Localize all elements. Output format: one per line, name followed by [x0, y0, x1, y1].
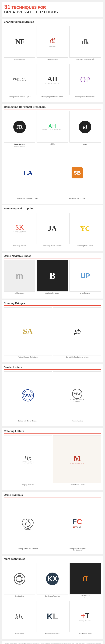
logo-box-two-lowercase: di diana fallen — [36, 26, 68, 58]
vw-svg: VW — [22, 389, 34, 402]
sk-container: SK KLOPPENSTEIN SALOME — [13, 224, 26, 234]
dd-container: D — [82, 574, 88, 583]
b-logo: B — [49, 271, 56, 281]
logo-item-manipulating-space: B Manipulating Space — [36, 260, 68, 296]
logo-item-similar-strokes: VW Letters with Similar Strokes — [4, 372, 52, 424]
header: 31 TECHNIQUES FOR CREATIVE 2-LETTER LOGO… — [2, 2, 103, 17]
up-logo: UP — [80, 272, 90, 280]
markweaver-container: MW MARKWEAVER DESIGN — [70, 389, 84, 402]
sk-sub2: SALOME — [17, 232, 22, 234]
logo-item-blending: OP Blending Straight and Curved — [70, 64, 101, 100]
page: 31 TECHNIQUES FOR CREATIVE 2-LETTER LOGO… — [0, 0, 105, 644]
logo-box-adding-shapes: SA — [4, 308, 52, 356]
caption-handwritten: Handwritten — [16, 633, 24, 637]
yc-logo: YC — [80, 225, 90, 232]
caption-manipulating-space: Manipulating Space — [45, 292, 59, 296]
dd-subtitle: Interlocking — [80, 597, 90, 599]
svg-text:VW: VW — [24, 393, 32, 398]
fc-label-container: FIT CAT — [73, 526, 81, 529]
m-logo: m — [16, 271, 23, 281]
caption-turning-symbols: Turning Letters into Symbols — [18, 548, 38, 552]
sa-logo: SA — [23, 327, 33, 336]
logo-item-upside-down: M ART MACHINE Upside-Down Letters — [53, 435, 101, 488]
caption-similar-strokes: Letters with Similar Strokes — [18, 420, 37, 424]
logo-box-similar-strokes: VW — [4, 372, 52, 419]
kx-logo: KX — [47, 575, 58, 583]
caption-two-lowercase: Two Lowercase — [47, 58, 58, 62]
header-line1: TECHNIQUES FOR — [12, 5, 46, 10]
logo-item-variations-color: + T Tommy Chandra Variations in Color — [70, 601, 101, 637]
section-title-more: More Techniques — [4, 557, 101, 561]
logo-box-adding-space: m — [4, 260, 35, 292]
logo-item-unbroken-line: UP Unbroken Line — [70, 260, 101, 296]
section-removing-cropping: Removing and Cropping SK KLOPPENSTEIN SA… — [2, 205, 103, 251]
alr-letters: AH — [48, 123, 56, 129]
tc-plus: + — [81, 612, 86, 620]
ah-container: AH ALAN HANNAH — [46, 75, 59, 84]
mw-label-sub: DESIGN — [74, 401, 81, 402]
vb-container: VB VILLABOUND — [13, 78, 26, 81]
logo-box-two-uppercase: NF — [4, 26, 35, 58]
logo-box-barely-touching: KX — [36, 563, 68, 594]
logo-item-transparent: KL Transparent Overlap — [36, 601, 68, 637]
logo-box-crossbar-top: JR — [4, 111, 35, 142]
logo-box-flattening: SB — [53, 149, 101, 197]
logo-item-vertical-angled: VB VILLABOUND Making Vertical Strokes An… — [4, 64, 35, 100]
caption-interlocking: DIANA DOGG Interlocking — [80, 595, 90, 599]
logo-grid-bridges: SA Adding Shapes/ Illustrations ʂb Curve… — [4, 308, 101, 360]
fc-cat: CAT — [77, 526, 81, 528]
section-similar-letters: Similar Letters VW Letters with Similar … — [2, 364, 103, 426]
logo-box-lowercase-uppercase: dk — [70, 26, 101, 58]
logo-item-crossbar-middle: AH ALIREZA HOLDING CO. Middle — [36, 111, 68, 148]
header-number: 31 — [4, 4, 10, 10]
caption-negative-symbols: Turning Negative SpaceInto Symbols — [69, 548, 86, 552]
comedy-svg — [14, 573, 26, 585]
logo-box-removing-strokes: SK KLOPPENSTEIN SALOME — [4, 213, 35, 244]
logo-grid-rotating: Hp SPARHANGER HORSECARE Angling to Touch… — [4, 435, 101, 488]
fc-letters-container: F C — [72, 518, 82, 526]
caption-angled-vertical: Making Angled Strokes Vertical — [42, 96, 63, 100]
kh-logo: kh. — [15, 612, 24, 621]
ah-subtitle: ALAN HANNAH — [46, 83, 59, 84]
logo-box-removing-part: JA — [36, 213, 68, 244]
section-title-sharing: Sharing Vertical Strokes — [4, 20, 101, 24]
section-title-bridges: Creating Bridges — [4, 302, 101, 306]
logo-box-unbroken-line: UP — [70, 260, 101, 292]
logo-box-blending: OP — [70, 64, 101, 95]
logo-grid-crossbars: JR Jarod Richards COMMUNICATIONS AH ALIR… — [4, 111, 101, 202]
section-using-symbols: Using Symbols Turning Letters into Symbo… — [2, 492, 103, 554]
logo-item-crossbar-lower: kl Lower — [70, 111, 101, 148]
logo-item-interlocking: D DIANA DOGG Interlocking — [70, 563, 101, 599]
logo-item-removing-part: JA Removing Part of a Stroke — [36, 213, 68, 249]
logo-grid-more: Inset Letters KX Just Barely Touching D — [4, 563, 101, 637]
caption-variations-color: Variations in Color — [79, 633, 92, 637]
caption-removing-part: Removing Part of a Stroke — [43, 245, 62, 249]
caption-removing-strokes: Removing Strokes — [13, 245, 26, 249]
nf-logo: NF — [16, 38, 24, 46]
section-connecting-crossbars: Connecting Horizontal Crossbars JR Jarod… — [2, 104, 103, 204]
logo-box-vertical-angled: VB VILLABOUND — [4, 64, 35, 95]
caption-cropping-both: Cropping Both Letters — [78, 245, 93, 249]
caption-adding-space: Adding Space — [15, 292, 24, 296]
caption-crossbar-lower: Lower — [83, 143, 87, 148]
logo-grid-removing: SK KLOPPENSTEIN SALOME Removing Strokes … — [4, 213, 101, 249]
mw-circle: MW — [72, 389, 82, 399]
ah-logo: AH — [47, 75, 57, 83]
logo-box-negative-symbols: F C FIT CAT — [53, 499, 101, 547]
caption-angling: Angling to Touch — [22, 484, 34, 488]
hp-subtitle: SPARHANGER — [22, 462, 34, 462]
logo-box-cropping-both: YC — [70, 213, 101, 244]
mw-label-main: MARKWEAVER — [70, 399, 84, 400]
logo-item-lowercase-uppercase: dk Lowercase-Uppercase Mix — [70, 26, 101, 62]
footer-text: All logos are property of their respecti… — [4, 642, 101, 644]
alr-box: AH ALIREZA HOLDING CO. — [42, 123, 62, 130]
caption-unbroken-line: Unbroken Line — [80, 292, 90, 296]
fc-container-outer: F C FIT CAT — [72, 518, 82, 529]
caption-barely-touching: Just Barely Touching — [45, 595, 60, 599]
section-title-removing: Removing and Cropping — [4, 207, 101, 211]
dd-logo: D — [82, 574, 88, 583]
logo-item-handwritten: kh. Handwritten — [4, 601, 35, 637]
diana-subtitle: diana fallen — [49, 45, 56, 47]
kl2-logo: KL — [47, 612, 58, 621]
jarod-name: Jarod Richards — [14, 143, 26, 145]
